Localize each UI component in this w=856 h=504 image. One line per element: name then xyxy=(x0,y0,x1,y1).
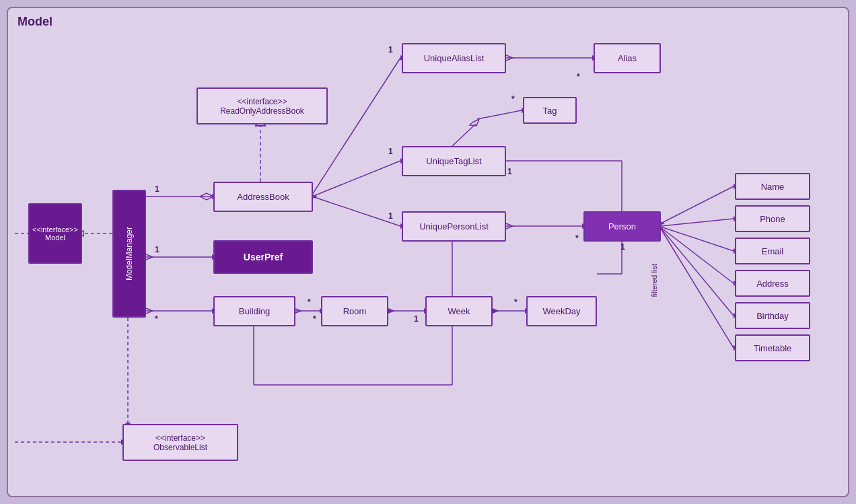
model-manager-box: ModelManager xyxy=(112,190,146,318)
svg-line-35 xyxy=(661,186,734,223)
readonly-addressbook-box: <<interface>> ReadOnlyAddressBook xyxy=(197,87,328,124)
mult-1-week: 1 xyxy=(414,314,419,324)
birthday-box: Birthday xyxy=(735,302,810,329)
svg-line-25 xyxy=(452,124,476,146)
unique-person-list-box: UniquePersonList xyxy=(402,211,506,242)
mult-star-building: * xyxy=(155,314,158,324)
mult-star-weekday: * xyxy=(514,297,518,307)
mult-star-room-l: * xyxy=(308,297,311,307)
svg-marker-11 xyxy=(146,308,153,314)
svg-line-27 xyxy=(477,110,522,119)
svg-line-40 xyxy=(661,227,734,251)
week-box: Week xyxy=(425,296,493,326)
weekday-box: WeekDay xyxy=(526,296,597,326)
mult-star-tag: * xyxy=(511,94,515,104)
tag-box: Tag xyxy=(523,97,577,124)
timetable-box: Timetable xyxy=(735,334,810,361)
filtered-list-label: filtered list xyxy=(647,247,661,314)
observable-list-box: <<interface>> ObservableList xyxy=(122,424,238,461)
mult-star-alias: * xyxy=(577,72,580,81)
address-box: Address xyxy=(735,270,810,297)
svg-line-44 xyxy=(661,228,734,316)
mult-1-person-right: 1 xyxy=(620,242,625,252)
building-box: Building xyxy=(213,296,295,326)
mult-1-uniquepersonlist: 1 xyxy=(388,211,393,221)
svg-line-15 xyxy=(311,58,400,196)
svg-line-20 xyxy=(312,196,400,226)
userpref-box: UserPref xyxy=(213,240,313,274)
mult-star-person: * xyxy=(575,233,579,243)
mult-1-userpref: 1 xyxy=(155,245,159,254)
email-box: Email xyxy=(735,238,810,264)
mult-1-uniquetaglist: 1 xyxy=(388,147,393,156)
diagram-title: Model xyxy=(17,15,52,29)
svg-line-46 xyxy=(661,229,734,348)
phone-box: Phone xyxy=(735,205,810,232)
addressbook-box: AddressBook xyxy=(213,182,313,212)
svg-marker-26 xyxy=(470,119,479,126)
person-box: Person xyxy=(583,211,661,242)
svg-marker-23 xyxy=(506,55,513,61)
svg-marker-5 xyxy=(200,193,213,200)
mult-1-uniquealiaslist: 1 xyxy=(388,45,393,55)
svg-line-18 xyxy=(312,161,400,196)
unique-alias-list-box: UniqueAliasList xyxy=(402,43,506,73)
unique-tag-list-box: UniqueTagList xyxy=(402,146,506,176)
svg-marker-33 xyxy=(506,223,513,229)
alias-box: Alias xyxy=(594,43,661,73)
diagram-container: Model xyxy=(7,7,849,497)
room-box: Room xyxy=(321,296,388,326)
mult-star-room: * xyxy=(313,314,316,324)
mult-1-addressbook: 1 xyxy=(155,184,159,194)
interface-model-box: <<interface>> Model xyxy=(28,203,82,264)
mult-1-uniquetaglist-r: 1 xyxy=(507,167,512,176)
svg-line-42 xyxy=(661,227,734,283)
svg-line-38 xyxy=(661,219,734,226)
name-box: Name xyxy=(735,173,810,200)
svg-marker-8 xyxy=(146,254,153,260)
